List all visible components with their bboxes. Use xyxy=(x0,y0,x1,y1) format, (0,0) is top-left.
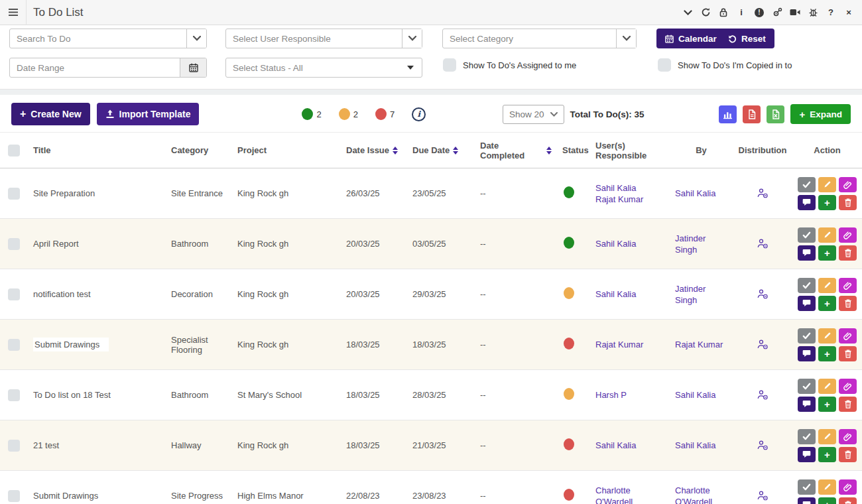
menu-button[interactable] xyxy=(0,0,27,25)
distribution-user-icon[interactable] xyxy=(757,188,769,199)
add-button[interactable]: + xyxy=(818,346,836,361)
distribution-user-icon[interactable] xyxy=(757,440,769,451)
date-range-calendar-button[interactable] xyxy=(180,58,206,77)
edit-button[interactable] xyxy=(818,227,836,243)
attachment-button[interactable] xyxy=(839,379,857,394)
comment-button[interactable] xyxy=(798,296,816,311)
delete-button[interactable] xyxy=(839,447,857,462)
comment-button[interactable] xyxy=(798,195,816,210)
todo-responsible-link[interactable]: Sahil Kalia xyxy=(595,182,664,194)
comment-button[interactable] xyxy=(798,397,816,412)
attachment-button[interactable] xyxy=(839,177,857,192)
complete-button[interactable] xyxy=(798,278,816,293)
delete-button[interactable] xyxy=(839,195,857,210)
distribution-user-icon[interactable] xyxy=(757,490,769,501)
comment-button[interactable] xyxy=(798,346,816,361)
bug-icon[interactable] xyxy=(808,7,818,18)
todo-by-link[interactable]: Jatinder Singh xyxy=(675,283,727,306)
create-new-button[interactable]: + Create New xyxy=(11,103,90,125)
alert-icon[interactable]: ! xyxy=(754,7,765,18)
edit-button[interactable] xyxy=(818,278,836,293)
refresh-icon[interactable] xyxy=(700,7,711,18)
reset-button[interactable]: Reset xyxy=(719,29,774,48)
copied-in-checkbox[interactable] xyxy=(658,58,671,72)
todo-by-link[interactable]: Sahil Kalia xyxy=(675,188,727,199)
calendar-button[interactable]: Calendar xyxy=(656,29,725,48)
comment-button[interactable] xyxy=(798,245,816,261)
category-chevron[interactable] xyxy=(616,29,636,48)
attachment-button[interactable] xyxy=(839,227,857,243)
comment-button[interactable] xyxy=(798,447,816,462)
complete-button[interactable] xyxy=(798,379,816,394)
user-responsible-chevron[interactable] xyxy=(402,29,422,48)
edit-button[interactable] xyxy=(818,177,836,192)
date-range-input[interactable] xyxy=(10,58,180,77)
help-icon[interactable]: ? xyxy=(826,7,836,18)
distribution-user-icon[interactable] xyxy=(757,288,769,300)
distribution-user-icon[interactable] xyxy=(757,389,769,401)
delete-button[interactable] xyxy=(839,497,857,504)
edit-button[interactable] xyxy=(818,379,836,394)
status-select[interactable]: Select Status - All xyxy=(225,58,422,78)
col-date-completed-sort[interactable]: Date Completed xyxy=(471,141,557,160)
lock-icon[interactable] xyxy=(718,7,729,18)
row-checkbox[interactable] xyxy=(8,440,20,452)
todo-by-link[interactable]: Jatinder Singh xyxy=(675,233,727,255)
row-checkbox[interactable] xyxy=(8,339,20,351)
assigned-to-me-checkbox[interactable] xyxy=(443,58,456,72)
close-icon[interactable]: × xyxy=(843,7,854,18)
export-excel-button[interactable] xyxy=(767,105,784,123)
row-checkbox[interactable] xyxy=(8,188,20,200)
complete-button[interactable] xyxy=(798,227,816,243)
category-select[interactable]: Select Category xyxy=(442,29,637,48)
video-camera-icon[interactable] xyxy=(790,7,800,18)
add-button[interactable]: + xyxy=(818,447,836,462)
todo-by-link[interactable]: Sahil Kalia xyxy=(675,440,727,451)
complete-button[interactable] xyxy=(798,479,816,495)
row-checkbox[interactable] xyxy=(8,389,20,401)
delete-button[interactable] xyxy=(839,346,857,361)
legend-info-icon[interactable]: i xyxy=(412,107,426,121)
add-button[interactable]: + xyxy=(818,497,836,504)
todo-responsible-link[interactable]: Charlotte O'Wardell xyxy=(595,485,664,504)
chevron-down-icon[interactable] xyxy=(682,7,693,18)
add-button[interactable]: + xyxy=(818,397,836,412)
edit-button[interactable] xyxy=(818,479,836,495)
user-responsible-select[interactable]: Select User Responsible xyxy=(225,29,422,48)
settings-icon[interactable] xyxy=(772,7,782,18)
attachment-button[interactable] xyxy=(839,429,857,444)
todo-responsible-link[interactable]: Rajat Kumar xyxy=(595,194,664,205)
todo-by-link[interactable]: Charlotte O'Wardell xyxy=(675,485,727,504)
expand-button[interactable]: + Expand xyxy=(790,104,851,124)
complete-button[interactable] xyxy=(798,429,816,444)
distribution-user-icon[interactable] xyxy=(757,238,769,249)
add-button[interactable]: + xyxy=(818,245,836,261)
search-dropdown-button[interactable] xyxy=(186,29,206,48)
row-checkbox[interactable] xyxy=(8,238,20,250)
todo-by-link[interactable]: Rajat Kumar xyxy=(675,339,727,350)
info-icon[interactable]: i xyxy=(736,7,747,18)
delete-button[interactable] xyxy=(839,245,857,261)
delete-button[interactable] xyxy=(839,296,857,311)
select-all-checkbox[interactable] xyxy=(8,145,20,157)
todo-by-link[interactable]: Sahil Kalia xyxy=(675,389,727,401)
add-button[interactable]: + xyxy=(818,296,836,311)
col-date-issue-sort[interactable]: Date Issue xyxy=(338,145,404,155)
search-input[interactable] xyxy=(10,29,186,48)
edit-button[interactable] xyxy=(818,328,836,344)
col-due-date-sort[interactable]: Due Date xyxy=(404,145,471,155)
todo-responsible-link[interactable]: Harsh P xyxy=(595,389,664,401)
todo-responsible-link[interactable]: Sahil Kalia xyxy=(595,288,664,300)
row-checkbox[interactable] xyxy=(8,490,20,502)
todo-responsible-link[interactable]: Sahil Kalia xyxy=(595,238,664,249)
complete-button[interactable] xyxy=(798,328,816,344)
export-pdf-button[interactable] xyxy=(743,105,761,123)
attachment-button[interactable] xyxy=(839,479,857,495)
row-checkbox[interactable] xyxy=(8,288,20,300)
attachment-button[interactable] xyxy=(839,328,857,344)
comment-button[interactable] xyxy=(798,497,816,504)
show-count-select[interactable]: Show 20 xyxy=(503,105,565,124)
todo-responsible-link[interactable]: Sahil Kalia xyxy=(595,440,664,451)
edit-button[interactable] xyxy=(818,429,836,444)
delete-button[interactable] xyxy=(839,397,857,412)
